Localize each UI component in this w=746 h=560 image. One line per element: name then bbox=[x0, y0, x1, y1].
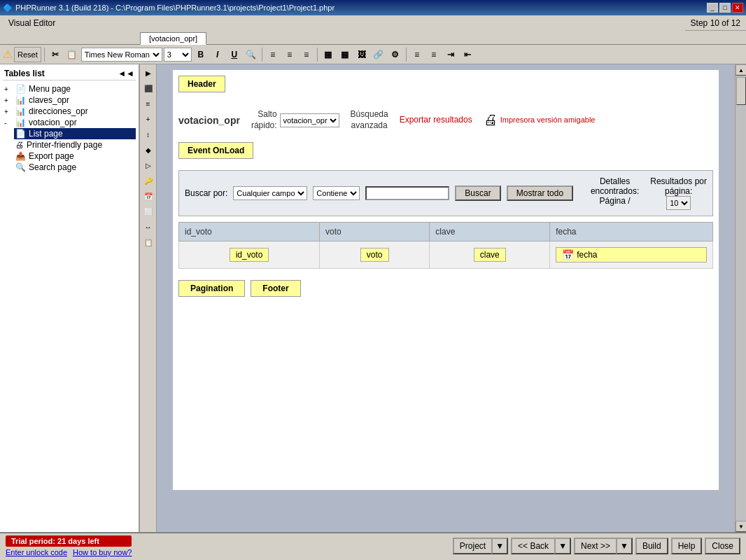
title-bar: 🔷 PHPRunner 3.1 (Build 218) - C:\Program… bbox=[0, 0, 746, 15]
minimize-button[interactable]: _ bbox=[707, 3, 718, 13]
more-button[interactable]: ⚙ bbox=[388, 48, 403, 62]
search-panel: Buscar por: Cualquier campo Contiene Bus… bbox=[178, 170, 713, 216]
printer-label[interactable]: Impresora versión amigable bbox=[500, 115, 596, 125]
copy-button[interactable]: 📋 bbox=[64, 48, 80, 62]
sidebar-item-search-page[interactable]: 🔍 Search page bbox=[14, 162, 136, 173]
maximize-button[interactable]: □ bbox=[719, 3, 731, 13]
indent-button[interactable]: ⇥ bbox=[443, 48, 458, 62]
cell-id-voto[interactable]: id_voto bbox=[230, 248, 269, 262]
search-condition-select[interactable]: Contiene bbox=[313, 186, 360, 200]
buy-link[interactable]: How to buy now? bbox=[73, 548, 132, 556]
image-button[interactable]: 🖼 bbox=[354, 48, 370, 62]
menu-visual-editor[interactable]: Visual Editor bbox=[3, 17, 61, 29]
sidebar-item-printer-page[interactable]: 🖨 Printer-friendly page bbox=[14, 139, 136, 150]
project-button[interactable]: Project bbox=[453, 538, 491, 554]
close-button[interactable]: ✕ bbox=[732, 3, 743, 13]
scroll-track bbox=[736, 76, 746, 521]
sidebar-item-claves[interactable]: + 📊 claves_opr bbox=[3, 94, 136, 106]
bottom-buttons: Project ▼ << Back ▼ Next >> ▼ Build Help… bbox=[453, 538, 740, 554]
tool-10[interactable]: ⬜ bbox=[141, 204, 155, 218]
align-right-button[interactable]: ≡ bbox=[299, 48, 314, 62]
tool-9[interactable]: 📅 bbox=[141, 189, 155, 203]
sidebar-item-votacion[interactable]: - 📊 votacion_opr bbox=[3, 117, 136, 128]
sidebar-item-menu-page[interactable]: + 📄 Menu page bbox=[3, 83, 136, 94]
outdent-button[interactable]: ⇤ bbox=[460, 48, 475, 62]
tool-4[interactable]: + bbox=[141, 112, 155, 126]
scrollbar-vertical[interactable]: ▲ ▼ bbox=[735, 64, 746, 532]
buscar-por-label: Buscar por: bbox=[185, 188, 227, 198]
search-results-info: Detallesencontrados:Página / Resultados … bbox=[591, 176, 707, 210]
font-name-select[interactable]: Times New Roman bbox=[81, 48, 162, 62]
list-ol-button[interactable]: ≡ bbox=[409, 48, 425, 62]
scroll-thumb[interactable] bbox=[736, 77, 746, 105]
tool-5[interactable]: ↕ bbox=[141, 127, 155, 141]
next-dropdown-button[interactable]: ▼ bbox=[616, 538, 633, 554]
cell-clave[interactable]: clave bbox=[474, 248, 506, 262]
tool-3[interactable]: ≡ bbox=[141, 97, 155, 111]
tool-12[interactable]: 📋 bbox=[141, 235, 155, 249]
unlock-link[interactable]: Enter unlock code bbox=[6, 548, 67, 556]
table-button[interactable]: ▦ bbox=[321, 48, 336, 62]
link-button[interactable]: 🔗 bbox=[371, 48, 386, 62]
cut-button[interactable]: ✂ bbox=[48, 48, 63, 62]
next-btn-group: Next >> ▼ bbox=[574, 538, 633, 554]
sidebar-item-list-page[interactable]: 📄 List page bbox=[14, 128, 136, 139]
align-left-button[interactable]: ≡ bbox=[265, 48, 281, 62]
build-button[interactable]: Build bbox=[635, 538, 668, 554]
cell-voto[interactable]: voto bbox=[360, 248, 389, 262]
align-center-button[interactable]: ≡ bbox=[282, 48, 297, 62]
menu-page-label: Menu page bbox=[29, 84, 71, 94]
mostrar-button[interactable]: Mostrar todo bbox=[507, 186, 573, 201]
tool-7[interactable]: ▷ bbox=[141, 158, 155, 172]
cell-fecha[interactable]: 📅 fecha bbox=[556, 247, 707, 262]
scroll-up-button[interactable]: ▲ bbox=[736, 64, 746, 76]
tool-8[interactable]: 🔑 bbox=[141, 174, 155, 188]
pagination-block[interactable]: Pagination bbox=[178, 280, 245, 297]
help-button[interactable]: Help bbox=[671, 538, 703, 554]
header-block[interactable]: Header bbox=[178, 76, 225, 92]
expand-icon: + bbox=[4, 108, 13, 115]
printer-page-label: Printer-friendly page bbox=[27, 140, 102, 150]
collapse-icon[interactable]: ◄◄ bbox=[118, 69, 134, 78]
underline-button[interactable]: U bbox=[227, 48, 242, 62]
back-button[interactable]: << Back bbox=[511, 538, 554, 554]
table-row: id_voto voto clave 📅 fecha bbox=[179, 241, 713, 269]
column-button[interactable]: ▦ bbox=[337, 48, 353, 62]
canvas: Header votacion_opr Saltorápido: votacio… bbox=[173, 70, 719, 490]
font-size-select[interactable]: 3 bbox=[164, 48, 192, 62]
scroll-down-button[interactable]: ▼ bbox=[736, 521, 746, 532]
export-label[interactable]: Exportar resultados bbox=[400, 115, 472, 126]
search-field-select[interactable]: Cualquier campo bbox=[233, 186, 307, 200]
tool-6[interactable]: ◆ bbox=[141, 143, 155, 157]
expand-icon: + bbox=[4, 97, 13, 104]
tool-11[interactable]: ↔ bbox=[141, 220, 155, 234]
sidebar-item-direcciones[interactable]: + 📊 direcciones_opr bbox=[3, 106, 136, 117]
fecha-value: fecha bbox=[577, 250, 597, 260]
separator4 bbox=[406, 48, 407, 62]
sidebar-item-export-page[interactable]: 📤 Export page bbox=[14, 150, 136, 162]
resultados-select[interactable]: 10 bbox=[666, 196, 691, 210]
bold-button[interactable]: B bbox=[193, 48, 209, 62]
search-input[interactable] bbox=[365, 186, 449, 200]
next-button[interactable]: Next >> bbox=[574, 538, 616, 554]
project-dropdown-button[interactable]: ▼ bbox=[491, 538, 508, 554]
event-block[interactable]: Event OnLoad bbox=[178, 142, 253, 159]
reset-button[interactable]: Reset bbox=[14, 47, 41, 62]
italic-button[interactable]: I bbox=[210, 48, 225, 62]
quick-jump-label: Saltorápido: bbox=[251, 109, 277, 131]
export-page-label: Export page bbox=[29, 151, 74, 161]
tool-1[interactable]: ▶ bbox=[141, 66, 155, 80]
tool-2[interactable]: ⬛ bbox=[141, 81, 155, 95]
close-button[interactable]: Close bbox=[705, 538, 740, 554]
printer-icon: 🖨 bbox=[15, 140, 24, 150]
window-controls[interactable]: _ □ ✕ bbox=[707, 3, 743, 13]
quick-jump-select[interactable]: votacion_opr bbox=[280, 113, 339, 127]
footer-block[interactable]: Footer bbox=[251, 280, 300, 297]
list-ul-button[interactable]: ≡ bbox=[426, 48, 442, 62]
buscar-button[interactable]: Buscar bbox=[455, 186, 500, 201]
list-icon: 📄 bbox=[15, 129, 26, 139]
side-tools: ▶ ⬛ ≡ + ↕ ◆ ▷ 🔑 📅 ⬜ ↔ 📋 bbox=[140, 64, 157, 532]
search-format-button[interactable]: 🔍 bbox=[244, 48, 259, 62]
back-dropdown-button[interactable]: ▼ bbox=[554, 538, 571, 554]
active-tab[interactable]: [votacion_opr] bbox=[140, 32, 206, 45]
